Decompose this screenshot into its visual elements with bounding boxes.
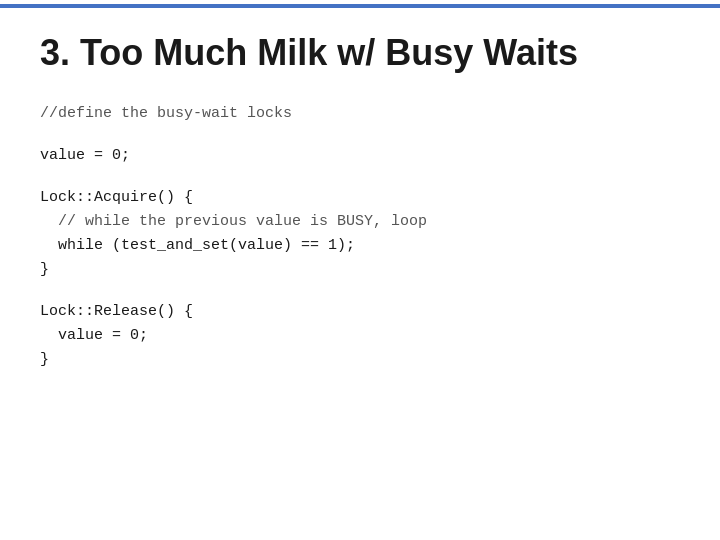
top-border: [0, 4, 720, 8]
code-block: //define the busy-wait locks value = 0; …: [40, 102, 680, 372]
comment-define: //define the busy-wait locks: [40, 102, 680, 126]
release-close: }: [40, 348, 680, 372]
slide-title: 3. Too Much Milk w/ Busy Waits: [40, 32, 680, 74]
acquire-close: }: [40, 258, 680, 282]
acquire-section: Lock::Acquire() { // while the previous …: [40, 186, 680, 282]
release-body: value = 0;: [40, 324, 680, 348]
acquire-comment: // while the previous value is BUSY, loo…: [40, 210, 680, 234]
value-init-section: value = 0;: [40, 144, 680, 168]
acquire-func: Lock::Acquire() {: [40, 186, 680, 210]
value-init: value = 0;: [40, 144, 680, 168]
slide: 3. Too Much Milk w/ Busy Waits //define …: [0, 4, 720, 540]
release-func: Lock::Release() {: [40, 300, 680, 324]
slide-content: 3. Too Much Milk w/ Busy Waits //define …: [0, 4, 720, 410]
release-section: Lock::Release() { value = 0; }: [40, 300, 680, 372]
comment-section: //define the busy-wait locks: [40, 102, 680, 126]
acquire-while: while (test_and_set(value) == 1);: [40, 234, 680, 258]
